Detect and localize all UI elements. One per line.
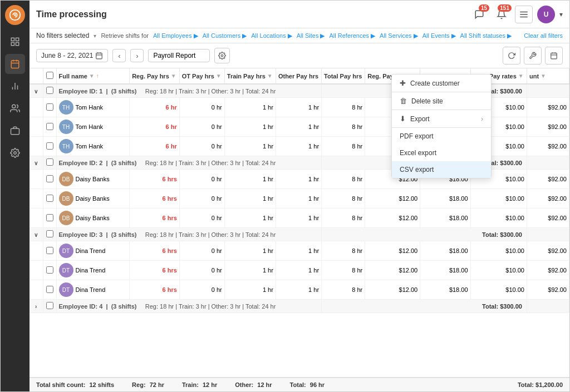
calendar-icon bbox=[95, 52, 103, 59]
other-hrs-cell: 1 hr bbox=[276, 280, 321, 300]
table-row: DT Dina Trend 6 hrs 0 hr 1 hr 1 hr 8 hr … bbox=[30, 261, 569, 280]
notifications-button[interactable]: 151 bbox=[493, 6, 510, 23]
select-all-checkbox[interactable] bbox=[46, 72, 53, 79]
employee-name-cell: TH Tom Hank bbox=[56, 137, 130, 156]
group-expand-icon[interactable]: ∨ bbox=[34, 232, 38, 238]
other-hrs-cell: 1 hr bbox=[276, 241, 321, 261]
total-cell: $92.00 bbox=[527, 189, 569, 209]
export-arrow-icon: › bbox=[481, 115, 483, 123]
row-checkbox[interactable] bbox=[46, 214, 53, 221]
sidebar-item-dashboard[interactable] bbox=[5, 32, 25, 52]
footer-grand-total: Total: $1,200.00 bbox=[518, 381, 563, 388]
all-services-filter[interactable]: All Services ▶ bbox=[380, 32, 418, 39]
sidebar-item-time[interactable] bbox=[5, 54, 25, 74]
ot-hrs-cell: 0 hr bbox=[179, 280, 224, 300]
ot-hrs-cell: 0 hr bbox=[179, 189, 224, 209]
group-checkbox[interactable] bbox=[46, 87, 53, 94]
toolbar-right bbox=[503, 47, 563, 64]
row-checkbox[interactable] bbox=[46, 195, 53, 202]
group-checkbox[interactable] bbox=[46, 158, 53, 166]
menu-button[interactable] bbox=[515, 6, 533, 23]
train-hrs-filter-icon[interactable]: ▼ bbox=[267, 73, 273, 79]
th-checkbox[interactable] bbox=[43, 68, 56, 84]
fullname-filter-icon[interactable]: ▼ bbox=[89, 73, 95, 79]
group-expand-icon[interactable]: ∨ bbox=[34, 88, 38, 95]
all-references-filter[interactable]: All References ▶ bbox=[330, 32, 376, 39]
header-left: Time processing bbox=[36, 9, 107, 19]
fullname-sort-icon[interactable]: ↑ bbox=[96, 73, 99, 79]
date-range-picker[interactable]: June 8 - 22, 2021 bbox=[36, 49, 108, 62]
train-rate-cell: $10.00 bbox=[470, 189, 527, 209]
refresh-button[interactable] bbox=[503, 47, 520, 64]
th-total-pay-hrs: Total Pay hrs bbox=[322, 68, 365, 84]
sidebar-item-reports[interactable] bbox=[5, 76, 25, 96]
row-checkbox[interactable] bbox=[46, 142, 53, 150]
sidebar-item-settings[interactable] bbox=[5, 143, 25, 163]
user-dropdown-icon[interactable]: ▾ bbox=[559, 11, 563, 18]
delete-site-item[interactable]: 🗑 Delete site bbox=[392, 92, 491, 110]
next-period-button[interactable]: › bbox=[130, 49, 144, 62]
ot-rate-cell: $18.00 bbox=[420, 189, 470, 209]
total-cell: $92.00 bbox=[527, 261, 569, 280]
row-checkbox[interactable] bbox=[46, 266, 53, 274]
other-hrs-cell: 1 hr bbox=[276, 137, 321, 156]
trash-icon: 🗑 bbox=[400, 97, 407, 105]
shift-count-label: Total shift count: 12 shifts bbox=[36, 381, 114, 388]
train-rates-filter-icon[interactable]: ▼ bbox=[518, 73, 524, 79]
svg-rect-18 bbox=[96, 53, 102, 59]
reg-hrs-filter-icon[interactable]: ▼ bbox=[171, 73, 176, 79]
user-avatar[interactable]: U bbox=[537, 6, 555, 23]
row-checkbox[interactable] bbox=[46, 123, 53, 130]
report-type-select[interactable]: Payroll Report bbox=[148, 49, 210, 62]
train-hrs-cell: 1 hr bbox=[224, 209, 276, 228]
group-checkbox[interactable] bbox=[46, 230, 53, 237]
th-reg-pay-hrs: Reg. Pay hrs ▼ bbox=[130, 68, 180, 84]
unt-filter-icon[interactable]: ▼ bbox=[540, 73, 546, 79]
refresh-icon bbox=[508, 52, 515, 59]
svg-rect-5 bbox=[11, 61, 19, 68]
row-checkbox[interactable] bbox=[46, 103, 53, 111]
all-locations-filter[interactable]: All Locations ▶ bbox=[251, 32, 292, 39]
create-customer-item[interactable]: ✚ Create customer bbox=[392, 75, 491, 92]
prev-period-button[interactable]: ‹ bbox=[112, 49, 126, 62]
all-shift-statuses-filter[interactable]: All Shift statuses ▶ bbox=[460, 32, 512, 39]
row-checkbox[interactable] bbox=[46, 286, 53, 293]
other-hrs-cell: 1 hr bbox=[276, 117, 321, 137]
avatar: DB bbox=[59, 172, 73, 186]
excel-export-item[interactable]: Excel export bbox=[392, 145, 491, 161]
group-checkbox[interactable] bbox=[46, 302, 53, 309]
reg-hrs-cell: 6 hr bbox=[130, 117, 180, 137]
ot-hrs-cell: 0 hr bbox=[179, 241, 224, 261]
ot-rate-cell: $18.00 bbox=[420, 261, 470, 280]
report-settings-button[interactable] bbox=[214, 48, 230, 63]
table-row: DB Daisy Banks 6 hrs 0 hr 1 hr 1 hr 8 hr… bbox=[30, 209, 569, 228]
group-expand-icon[interactable]: › bbox=[35, 304, 37, 310]
csv-export-item[interactable]: CSV export bbox=[392, 161, 491, 178]
export-options-button[interactable] bbox=[545, 47, 563, 64]
export-icon: ⬇ bbox=[400, 115, 406, 123]
footer-reg: Reg: 72 hr bbox=[132, 381, 164, 388]
all-sites-filter[interactable]: All Sites ▶ bbox=[297, 32, 325, 39]
sidebar-item-users[interactable] bbox=[5, 98, 25, 118]
total-hrs-cell: 8 hr bbox=[322, 261, 365, 280]
chat-button[interactable]: 15 bbox=[470, 6, 488, 23]
reg-rate-cell: $12.00 bbox=[365, 189, 420, 209]
svg-rect-1 bbox=[11, 38, 14, 41]
group-expand-icon[interactable]: ∨ bbox=[34, 160, 38, 166]
all-events-filter[interactable]: All Events ▶ bbox=[422, 32, 456, 39]
row-checkbox[interactable] bbox=[46, 247, 53, 254]
row-checkbox[interactable] bbox=[46, 175, 53, 182]
ot-hrs-filter-icon[interactable]: ▼ bbox=[216, 73, 222, 79]
all-customers-filter[interactable]: All Customers ▶ bbox=[203, 32, 247, 39]
footer-train: Train: 12 hr bbox=[182, 381, 217, 388]
employee-id-cell: Employee ID: 2 | (3 shifts) Reg: 18 hr |… bbox=[56, 156, 322, 170]
export-item[interactable]: ⬇ Export › bbox=[392, 110, 491, 127]
filter-dropdown-icon[interactable]: ▾ bbox=[94, 33, 96, 39]
all-employees-filter[interactable]: All Employees ▶ bbox=[153, 32, 198, 39]
clear-all-filters[interactable]: Clear all filters bbox=[524, 32, 563, 39]
sidebar-item-jobs[interactable] bbox=[5, 121, 25, 141]
avatar: DT bbox=[59, 263, 73, 277]
app-logo[interactable] bbox=[5, 5, 25, 25]
tools-button[interactable] bbox=[524, 47, 542, 64]
pdf-export-item[interactable]: PDF export bbox=[392, 128, 491, 145]
